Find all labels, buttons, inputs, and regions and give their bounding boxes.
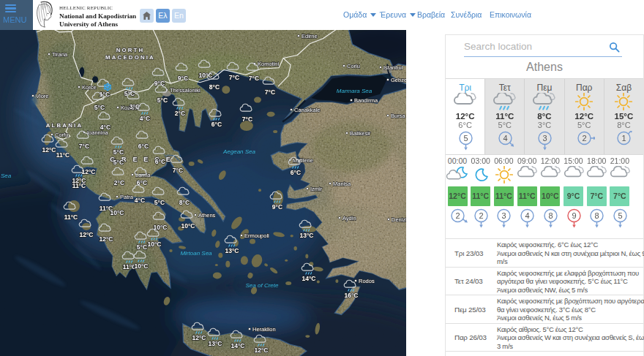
svg-text:Athens: Athens (198, 212, 216, 219)
svg-text:Thessaloniki: Thessaloniki (170, 87, 201, 94)
svg-text:5°C: 5°C (157, 96, 168, 104)
svg-text:9°C: 9°C (178, 75, 188, 82)
svg-text:12°C: 12°C (255, 346, 269, 354)
svg-text:MACEDONIA: MACEDONIA (105, 54, 155, 61)
svg-text:16°C: 16°C (345, 292, 359, 299)
svg-text:9°C: 9°C (272, 203, 282, 211)
svg-text:Bursa: Bursa (391, 113, 405, 119)
svg-text:8: 8 (548, 211, 553, 220)
svg-text:7°C: 7°C (242, 115, 252, 123)
svg-text:Gebze: Gebze (391, 77, 406, 83)
svg-text:Denizli: Denizli (392, 216, 406, 223)
svg-text:Manisa: Manisa (333, 181, 351, 187)
svg-text:8°C: 8°C (179, 199, 190, 206)
svg-text:13°C: 13°C (209, 340, 222, 347)
svg-text:12°C: 12°C (82, 168, 96, 175)
svg-text:10°C: 10°C (181, 222, 195, 230)
svg-text:12°C: 12°C (80, 231, 94, 238)
svg-text:Istanbul: Istanbul (383, 64, 403, 71)
svg-text:11°C: 11°C (72, 182, 86, 189)
svg-text:7°C: 7°C (79, 143, 89, 150)
svg-text:Rodos: Rodos (359, 278, 375, 284)
svg-text:4°C: 4°C (100, 124, 111, 131)
svg-text:1: 1 (622, 134, 626, 143)
svg-text:4: 4 (525, 211, 530, 220)
svg-text:11°C: 11°C (64, 213, 78, 221)
svg-text:14°C: 14°C (231, 342, 245, 349)
svg-text:10°C: 10°C (135, 262, 149, 270)
svg-text:12°C: 12°C (42, 146, 56, 154)
svg-text:13°C: 13°C (225, 247, 239, 254)
svg-text:Sea of Crete: Sea of Crete (246, 282, 279, 289)
svg-text:Marmara Sea: Marmara Sea (337, 88, 372, 94)
svg-text:11°C: 11°C (56, 151, 70, 159)
svg-text:6°C: 6°C (291, 169, 301, 176)
svg-text:8: 8 (595, 211, 599, 220)
svg-text:5: 5 (618, 211, 622, 220)
svg-text:2°C: 2°C (175, 110, 185, 117)
svg-text:Edirne: Edirne (302, 33, 318, 39)
svg-text:7°C: 7°C (173, 167, 183, 174)
svg-text:13°C: 13°C (300, 232, 314, 239)
svg-text:Heraklion: Heraklion (252, 326, 276, 333)
svg-text:Aegean Sea: Aegean Sea (222, 148, 256, 155)
svg-text:Vlore: Vlore (36, 93, 49, 99)
svg-text:NORTH: NORTH (116, 47, 145, 53)
svg-text:14°C: 14°C (302, 275, 316, 282)
svg-text:Sea: Sea (1, 173, 12, 179)
svg-text:Mirtoan Sea: Mirtoan Sea (180, 250, 212, 257)
svg-text:12°C: 12°C (100, 235, 113, 243)
svg-text:2: 2 (479, 211, 483, 220)
svg-text:5°C: 5°C (113, 148, 124, 156)
svg-text:4°C: 4°C (140, 115, 150, 122)
svg-text:10°C: 10°C (148, 241, 162, 248)
svg-text:10°C: 10°C (154, 224, 168, 231)
svg-text:5°C: 5°C (113, 159, 124, 166)
svg-text:9: 9 (572, 211, 576, 220)
svg-text:7°C: 7°C (249, 75, 259, 82)
svg-text:Bandirma: Bandirma (354, 97, 378, 104)
svg-text:12°C: 12°C (192, 334, 206, 341)
svg-text:2°C: 2°C (114, 179, 124, 186)
svg-text:7°C: 7°C (229, 74, 239, 81)
svg-text:Izmir: Izmir (310, 186, 323, 192)
svg-text:5°C: 5°C (137, 243, 147, 251)
svg-text:4: 4 (503, 134, 507, 143)
svg-text:6°C: 6°C (138, 143, 149, 150)
svg-text:Patra: Patra (120, 194, 134, 200)
svg-text:6°C: 6°C (155, 158, 165, 165)
svg-text:Corfu: Corfu (55, 132, 68, 138)
svg-text:Balikesir: Balikesir (350, 130, 371, 137)
svg-text:Tirana: Tirana (52, 51, 68, 58)
svg-text:10°C: 10°C (111, 209, 124, 216)
svg-text:Aydin: Aydin (342, 215, 356, 221)
svg-text:2: 2 (455, 211, 460, 220)
svg-text:6°C: 6°C (211, 121, 222, 128)
svg-text:5°C: 5°C (94, 104, 105, 111)
svg-text:8°C: 8°C (209, 83, 220, 91)
svg-text:Komotini: Komotini (258, 61, 280, 67)
svg-text:3: 3 (502, 211, 506, 220)
svg-text:4°C: 4°C (135, 197, 145, 204)
svg-text:7°C: 7°C (265, 88, 275, 96)
svg-text:Ermoupoli: Ermoupoli (244, 232, 269, 239)
svg-text:5°C: 5°C (154, 199, 165, 206)
svg-text:ALBANIA: ALBANIA (46, 122, 83, 129)
svg-text:2: 2 (583, 134, 587, 143)
svg-text:3: 3 (542, 134, 547, 143)
svg-text:5: 5 (463, 134, 468, 143)
svg-text:Canakkale: Canakkale (294, 107, 320, 113)
svg-text:Corlu: Corlu (347, 63, 360, 69)
svg-text:Korce: Korce (82, 84, 97, 91)
